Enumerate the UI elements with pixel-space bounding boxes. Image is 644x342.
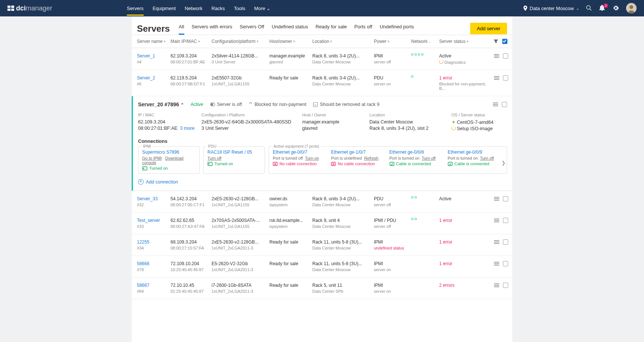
table-row: 58666#7872.109.10.20410:25:45:45:45:87E5… [132, 256, 512, 277]
nav-equipment[interactable]: Equipment [153, 1, 176, 16]
chip-note: Should be removed at rack 9 [313, 102, 379, 107]
tab-all[interactable]: All [179, 22, 184, 35]
row-checkbox[interactable] [503, 196, 508, 201]
connections-title: Connections [138, 138, 507, 144]
table-row: Server_1#462.109.3.20408:00:27:01:BF:AE2… [132, 48, 512, 70]
svg-rect-17 [448, 162, 452, 166]
tab-undefined-status[interactable]: Undefined status [272, 22, 308, 35]
row-menu-icon[interactable] [494, 240, 499, 244]
nav-racks[interactable]: Racks [212, 1, 225, 16]
row-checkbox[interactable] [502, 102, 507, 107]
row-menu-icon[interactable] [494, 262, 499, 266]
svg-rect-0 [7, 6, 10, 8]
server-name-link[interactable]: 58667 [137, 283, 171, 288]
location-selector[interactable]: Data center Moscow ⌄ [523, 6, 579, 11]
gear-icon[interactable] [613, 5, 619, 12]
nav-tools[interactable]: Tools [234, 1, 245, 16]
next-ports-icon[interactable]: ❯ [501, 160, 506, 166]
svg-rect-2 [11, 6, 14, 8]
nav-servers[interactable]: Servers [127, 1, 144, 16]
col-header[interactable]: Power ▾ [374, 39, 411, 44]
svg-point-4 [587, 6, 590, 9]
page-title: Servers [137, 23, 170, 34]
svg-rect-16 [390, 162, 394, 166]
server-name-link[interactable]: Server_1 [137, 53, 171, 59]
row-checkbox[interactable] [503, 53, 508, 59]
port-action[interactable]: Turn off [422, 156, 435, 160]
col-header[interactable]: Location ▾ [312, 39, 374, 44]
nav-network[interactable]: Network [185, 1, 203, 16]
search-icon[interactable] [586, 5, 593, 12]
server-name-link[interactable]: Test_server [137, 218, 171, 223]
row-checkbox[interactable] [503, 75, 508, 81]
port-action[interactable]: Turn off [480, 156, 494, 160]
filter-tabs: AllServers with errorsServers OffUndefin… [179, 22, 414, 35]
bell-icon[interactable]: 2 [599, 5, 606, 12]
avatar[interactable] [626, 3, 637, 13]
col-header[interactable]: Server name ▾ [137, 39, 171, 44]
tab-undefined-ports[interactable]: Undefined ports [380, 22, 414, 35]
tab-ready-for-sale[interactable]: Ready for sale [316, 22, 347, 35]
port-link[interactable]: Ethernet ge-1/0/7 [331, 150, 386, 155]
servers-table: Server name ▾Main IP/MAC ▾Configuration/… [132, 35, 512, 299]
server-name-link[interactable]: Server_2 [137, 75, 171, 81]
pdu-turnoff-link[interactable]: Turn off [207, 156, 221, 160]
server-name-link[interactable]: 58666 [137, 261, 171, 266]
col-header[interactable]: Main IP/MAC ▾ [171, 39, 212, 44]
expanded-server-panel: Server_20 #7896 ⌃ Active Server is off B… [132, 96, 512, 191]
row-menu-icon[interactable] [494, 197, 499, 201]
server-name-link[interactable]: 12255 [137, 239, 171, 245]
table-row: Server_2#662.119.5.20408:00:27:9B:D7:F12… [132, 70, 512, 96]
row-menu-icon[interactable] [493, 103, 498, 106]
ipmi-name[interactable]: Supermicro S7896 [142, 150, 196, 155]
select-all-checkbox[interactable] [502, 39, 507, 44]
svg-point-8 [211, 104, 213, 106]
col-header[interactable]: Host/owner ▾ [269, 39, 312, 44]
add-server-button[interactable]: Add server [470, 23, 507, 34]
row-checkbox[interactable] [503, 239, 508, 245]
table-row: 12255#3468.109.3.20408:00:27:15:57:FA2xE… [132, 234, 512, 256]
table-header: Server name ▾Main IP/MAC ▾Configuration/… [132, 35, 512, 48]
expanded-title[interactable]: Server_20 #7896 ⌃ [138, 101, 184, 107]
filter-icon[interactable] [493, 39, 498, 44]
page-header: Servers AllServers with errorsServers Of… [132, 16, 512, 35]
row-menu-icon[interactable] [494, 54, 499, 58]
port-link[interactable]: Ethernet ge-0/0/9 [448, 150, 503, 155]
tab-servers-off[interactable]: Servers Off [240, 22, 265, 35]
port-action[interactable]: Refresh [364, 156, 379, 160]
top-header: dcimanager ServersEquipmentNetworkRacksT… [0, 0, 644, 16]
table-row: 58667#8472.10.10.4501:25:45:45:45:87i7-2… [132, 277, 512, 299]
row-menu-icon[interactable] [494, 76, 499, 80]
active-equipment-card: Active equipment (7 ports) Ethernet ge-0… [269, 146, 507, 174]
nav-more[interactable]: More ⌄ [254, 1, 271, 16]
pdu-card: PDU RAC18 ISP Reset / 05 Turn off Turned… [203, 146, 265, 174]
row-menu-icon[interactable] [494, 219, 499, 222]
col-header[interactable]: Server status ▾ [439, 39, 490, 44]
row-checkbox[interactable] [503, 283, 508, 288]
logo: dcimanager [7, 4, 52, 12]
port-link[interactable]: Ethernet ge-0/0/8 [390, 150, 445, 155]
col-header[interactable]: Network ⌄ [411, 39, 439, 44]
svg-point-6 [629, 5, 633, 9]
port-link[interactable]: Ethernet ge-0/0/7 [273, 150, 328, 155]
add-connection-button[interactable]: Add connection [138, 179, 507, 185]
svg-point-11 [143, 168, 144, 169]
server-name-link[interactable]: Server_33 [137, 196, 171, 201]
port-action[interactable]: Turn on [305, 156, 319, 160]
col-header[interactable]: Configuration/platform ▾ [212, 39, 269, 44]
ipmi-card: IPMI Supermicro S7896 Go to IPMI Downloa… [138, 146, 200, 174]
row-menu-icon[interactable] [494, 283, 499, 287]
chip-server-off: Server is off [210, 102, 242, 107]
row-checkbox[interactable] [503, 261, 508, 266]
tab-ports-off[interactable]: Ports off [354, 22, 372, 35]
svg-point-13 [209, 163, 209, 164]
table-row: Server_33#3254.142.3.20408:00:27:06:C7:F… [132, 191, 512, 213]
row-checkbox[interactable] [503, 218, 508, 223]
go-to-ipmi-link[interactable]: Go to IPMI [142, 156, 162, 160]
pdu-name[interactable]: RAC18 ISP Reset / 05 [207, 150, 261, 155]
svg-rect-3 [11, 9, 14, 11]
more-link[interactable]: 3 more [180, 126, 195, 131]
main-nav: ServersEquipmentNetworkRacksToolsMore ⌄ [127, 1, 271, 16]
status-active: Active [191, 102, 203, 107]
tab-servers-with-errors[interactable]: Servers with errors [192, 22, 232, 35]
